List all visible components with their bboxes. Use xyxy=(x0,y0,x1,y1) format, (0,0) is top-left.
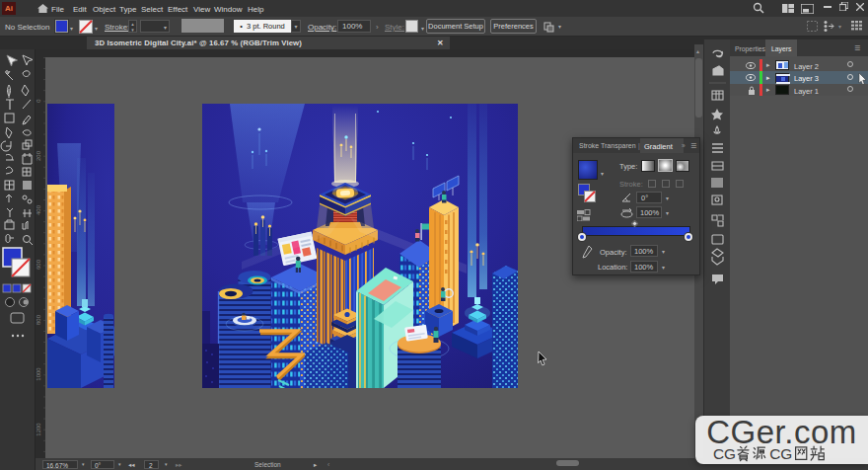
svg-text:1000: 1000 xyxy=(36,367,41,381)
svg-text:CG: CG xyxy=(712,445,735,462)
svg-text:1200: 1200 xyxy=(36,423,41,436)
svg-text:800: 800 xyxy=(36,314,41,325)
svg-text:400: 400 xyxy=(36,204,41,215)
svg-text:200: 200 xyxy=(36,150,41,161)
svg-text:CG: CG xyxy=(769,445,792,462)
svg-text:600: 600 xyxy=(36,259,41,270)
